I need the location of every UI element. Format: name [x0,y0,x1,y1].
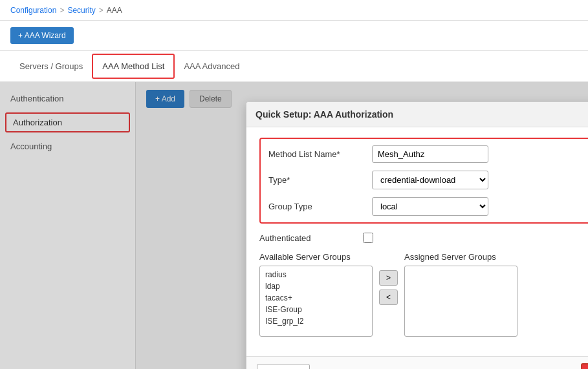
content-area: Authentication Authorization Accounting … [0,82,588,369]
server-groups-row: Available Server Groups radius ldap taca… [259,252,588,337]
aaa-wizard-button[interactable]: + AAA Wizard [10,27,74,44]
list-item[interactable]: ISE_grp_l2 [263,315,369,327]
available-server-group-col: Available Server Groups radius ldap taca… [259,252,373,337]
list-item[interactable]: ISE-Group [263,304,369,315]
authenticated-row: Authenticated [259,233,588,243]
dialog-header: Quick Setup: AAA Authorization × [246,102,588,127]
dialog-body: Method List Name* Type* credential-downl… [246,127,588,356]
breadcrumb-sep-1: > [60,6,64,15]
aaa-authorization-dialog: Quick Setup: AAA Authorization × Method … [246,101,588,369]
type-select[interactable]: credential-download network exec command… [372,171,488,189]
available-server-list[interactable]: radius ldap tacacs+ ISE-Group ISE_grp_l2 [259,266,373,337]
transfer-buttons: > < [379,252,398,305]
assigned-server-groups-label: Assigned Server Groups [404,252,517,262]
available-server-groups-label: Available Server Groups [259,252,373,262]
right-panel: + Add Delete Quick Setup: AAA Authorizat… [136,82,588,369]
breadcrumb-security[interactable]: Security [67,6,95,15]
assigned-server-group-col: Assigned Server Groups [404,252,517,337]
transfer-back-button[interactable]: < [379,290,398,305]
authenticated-checkbox[interactable] [363,233,373,243]
tabs-row: Servers / Groups AAA Method List AAA Adv… [0,51,588,82]
type-label: Type* [268,175,372,185]
group-type-row: Group Type local radius ldap tacacs+ [268,197,588,216]
breadcrumb: Configuration > Security > AAA [0,0,588,21]
transfer-forward-button[interactable]: > [379,270,398,286]
assigned-server-list[interactable] [404,266,517,337]
method-list-name-input[interactable] [372,145,488,163]
method-list-name-row: Method List Name* [268,145,588,163]
toolbar: + AAA Wizard [0,21,588,51]
dialog-title: Quick Setup: AAA Authorization [256,109,393,120]
cancel-button[interactable]: ↺ Cancel [257,364,310,369]
breadcrumb-sep-2: > [99,6,103,15]
tab-servers-groups[interactable]: Servers / Groups [10,55,92,79]
apply-to-device-button[interactable]: 💾 Apply to Device [581,363,588,369]
list-item[interactable]: tacacs+ [263,292,369,304]
type-row: Type* credential-download network exec c… [268,171,588,189]
list-item[interactable]: ldap [263,280,369,292]
list-item[interactable]: radius [263,269,369,280]
breadcrumb-configuration[interactable]: Configuration [10,6,56,15]
method-list-name-label: Method List Name* [268,149,372,159]
form-group-outlined: Method List Name* Type* credential-downl… [259,138,588,224]
group-type-label: Group Type [268,202,372,211]
tab-aaa-method-list[interactable]: AAA Method List [92,54,175,79]
tab-aaa-advanced[interactable]: AAA Advanced [175,55,248,79]
dialog-footer: ↺ Cancel 💾 Apply to Device [246,356,588,369]
group-type-select[interactable]: local radius ldap tacacs+ [372,197,488,216]
breadcrumb-current: AAA [107,6,122,15]
authenticated-label: Authenticated [259,233,363,243]
